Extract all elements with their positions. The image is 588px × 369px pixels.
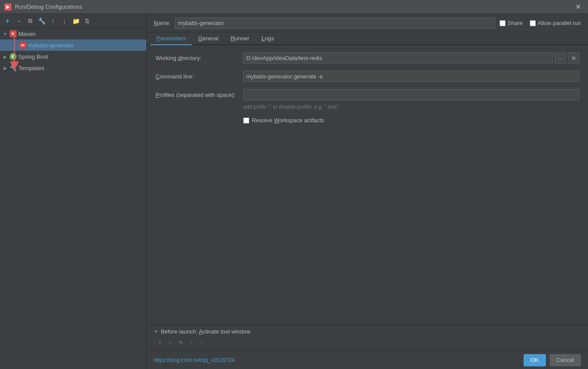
config-tree: ▼ M Maven m mybatis-generator ▶ ⚙ Spring… <box>0 28 146 369</box>
close-button[interactable]: ✕ <box>573 2 584 12</box>
move-down-button[interactable]: ↓ <box>60 16 69 26</box>
resolve-artifacts-check-item[interactable]: Resolve Workspace artifacts <box>243 117 324 124</box>
window-title: Run/Debug Configurations <box>15 4 82 10</box>
tree-item-spring-boot[interactable]: ▶ ⚙ Spring Boot <box>0 51 146 62</box>
settings-button[interactable]: 🔧 <box>37 16 46 26</box>
working-dir-macro-btn[interactable]: ⊞ <box>568 52 579 64</box>
remove-button[interactable]: − <box>14 16 24 26</box>
command-line-label: Command line: <box>156 73 243 80</box>
share-checkbox[interactable] <box>499 20 506 26</box>
profiles-input[interactable] <box>243 89 579 100</box>
add-button[interactable]: + <box>3 16 12 26</box>
bl-remove-btn[interactable]: − <box>166 338 175 347</box>
resolve-artifacts-row: Resolve Workspace artifacts <box>156 117 579 124</box>
cancel-button[interactable]: Cancel <box>549 354 581 366</box>
before-launch-arrow: ▼ <box>154 329 158 334</box>
tree-item-maven-group[interactable]: ▼ M Maven <box>0 28 146 39</box>
footer-url: https://blog.csdn.net/qq_43128724 <box>154 357 520 363</box>
profiles-hint: add prefix '-' to disable profile, e.g. … <box>243 104 579 110</box>
left-toolbar: + − ⧉ 🔧 ↑ ↓ 📁 ⇅ <box>0 14 146 28</box>
maven-group-label: Maven <box>18 31 144 37</box>
templates-label: Templates <box>18 65 144 71</box>
springboot-arrow: ▶ <box>3 54 8 59</box>
tabs-container: Parameters General Runner Logs <box>147 32 588 45</box>
working-dir-input-wrap: ... ⊞ <box>243 52 579 64</box>
before-launch-section: ▼ Before launch: Activate tool window + … <box>147 324 588 351</box>
profiles-input-wrap <box>243 89 579 100</box>
mybatis-spacer <box>12 43 18 48</box>
app-icon: ▶ <box>4 4 11 11</box>
name-row: NName:ame: Share Allow parallel run <box>147 14 588 32</box>
templates-arrow: ▶ <box>3 65 8 71</box>
resolve-artifacts-checkbox[interactable] <box>243 117 249 124</box>
parallel-run-checkbox[interactable] <box>530 20 536 26</box>
command-line-input[interactable] <box>243 71 579 82</box>
copy-button[interactable]: ⧉ <box>25 16 35 26</box>
share-checkbox-label[interactable]: Share <box>499 20 523 26</box>
resolve-artifacts-label: Resolve Workspace artifacts <box>252 117 324 124</box>
working-dir-row: Working directory: ... ⊞ <box>156 52 579 64</box>
maven-icon: M <box>10 30 17 37</box>
title-bar-left: ▶ Run/Debug Configurations <box>4 4 82 11</box>
share-group: Share Allow parallel run <box>499 20 581 26</box>
maven-group-arrow: ▼ <box>3 31 8 36</box>
tab-runner[interactable]: Runner <box>224 32 255 45</box>
profiles-row: Profiles (separated with space): <box>156 89 579 100</box>
left-panel: + − ⧉ 🔧 ↑ ↓ 📁 ⇅ ▼ M Maven m mybatis-gene… <box>0 14 147 369</box>
right-panel: NName:ame: Share Allow parallel run Para… <box>147 14 588 369</box>
before-launch-label: Before launch: Activate tool window <box>161 328 251 335</box>
tab-parameters[interactable]: Parameters <box>150 32 192 45</box>
bl-up-btn[interactable]: ↑ <box>187 338 196 347</box>
mybatis-icon: m <box>19 42 26 49</box>
tab-general[interactable]: General <box>192 32 224 45</box>
mybatis-generator-label: mybatis-generator <box>28 42 144 49</box>
profiles-label: Profiles (separated with space): <box>156 92 243 98</box>
working-dir-browse-btn[interactable]: ... <box>555 52 566 64</box>
name-input[interactable] <box>175 18 495 29</box>
working-dir-input[interactable] <box>243 52 553 64</box>
sort-button[interactable]: ⇅ <box>82 16 92 26</box>
tree-item-mybatis-generator[interactable]: m mybatis-generator <box>0 39 146 51</box>
command-line-row: Command line: <box>156 71 579 82</box>
bl-down-btn[interactable]: ↓ <box>198 338 206 347</box>
footer: https://blog.csdn.net/qq_43128724 OK Can… <box>147 351 588 369</box>
folder-button[interactable]: 📁 <box>71 16 81 26</box>
parallel-run-checkbox-label[interactable]: Allow parallel run <box>530 20 581 26</box>
spring-boot-label: Spring Boot <box>18 53 144 60</box>
springboot-icon: ⚙ <box>10 53 17 60</box>
name-label: NName:ame: <box>154 20 170 26</box>
ok-button[interactable]: OK <box>524 354 546 366</box>
title-bar: ▶ Run/Debug Configurations ✕ <box>0 0 588 14</box>
content-area: Working directory: ... ⊞ Command line: <box>147 45 588 324</box>
tab-logs[interactable]: Logs <box>255 32 280 45</box>
wrench-icon: 🔧 <box>10 64 17 71</box>
move-up-button[interactable]: ↑ <box>48 16 58 26</box>
before-launch-toolbar: + − ✎ ↑ ↓ <box>156 338 581 347</box>
before-launch-header[interactable]: ▼ Before launch: Activate tool window <box>154 328 581 335</box>
working-dir-label: Working directory: <box>156 55 243 61</box>
bl-edit-btn[interactable]: ✎ <box>177 338 185 347</box>
tree-item-templates[interactable]: ▶ 🔧 Templates <box>0 62 146 74</box>
share-label: Share <box>507 20 523 26</box>
parallel-run-label: Allow parallel run <box>538 20 581 26</box>
command-line-input-wrap <box>243 71 579 82</box>
bl-add-btn[interactable]: + <box>156 338 164 347</box>
main-container: + − ⧉ 🔧 ↑ ↓ 📁 ⇅ ▼ M Maven m mybatis-gene… <box>0 14 588 369</box>
